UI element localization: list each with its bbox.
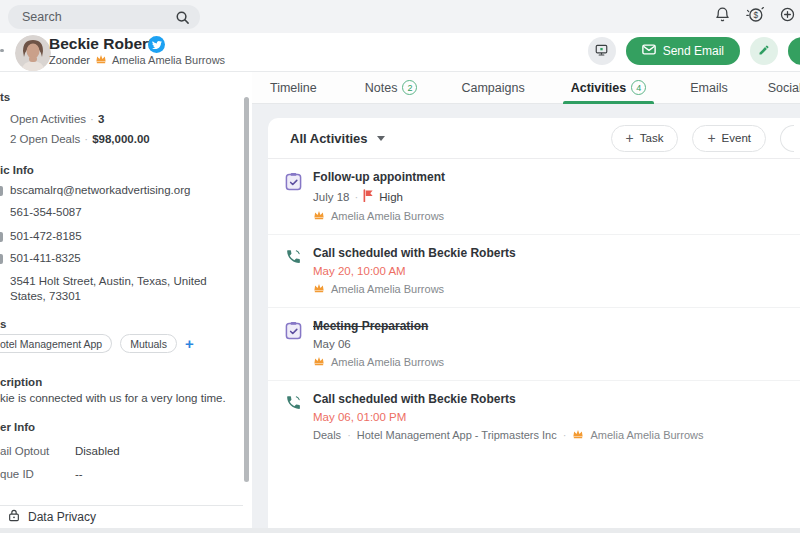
open-activities-row[interactable]: Open Activities·3 bbox=[10, 113, 104, 125]
envelope-icon bbox=[642, 44, 656, 58]
main-panel: All Activities + Task + Event F bbox=[252, 104, 800, 533]
quick-add-icon[interactable] bbox=[779, 6, 796, 27]
description-section-header: cription bbox=[0, 376, 42, 388]
activity-title[interactable]: Call scheduled with Beckie Roberts bbox=[313, 392, 704, 406]
open-deals-row[interactable]: 2 Open Deals·$98,000.00 bbox=[10, 133, 150, 145]
tags-section-header: s bbox=[0, 318, 6, 330]
open-activities-value: 3 bbox=[98, 113, 104, 125]
subscription-coin-icon[interactable]: $ bbox=[745, 5, 765, 29]
activity-owner: Amelia Amelia Burrows bbox=[331, 356, 444, 368]
activity-priority: High bbox=[379, 191, 403, 203]
data-privacy-label: Data Privacy bbox=[28, 510, 96, 524]
contact-name: Beckie Roberts bbox=[49, 35, 162, 53]
tag-chip[interactable]: Mutuals bbox=[120, 334, 177, 353]
tab-timeline[interactable]: Timeline bbox=[268, 72, 319, 104]
record-tabs: Timeline Notes2 Campaigns Activities4 Em… bbox=[252, 72, 800, 104]
tab-notes[interactable]: Notes2 bbox=[363, 72, 420, 104]
activity-row[interactable]: Call scheduled with Beckie Roberts May 2… bbox=[268, 235, 800, 308]
twitter-icon[interactable] bbox=[148, 36, 165, 53]
tab-label: Notes bbox=[365, 81, 398, 95]
activity-row[interactable]: Meeting Preparation May 06 Amelia Amelia… bbox=[268, 308, 800, 381]
tab-activities[interactable]: Activities4 bbox=[569, 72, 649, 104]
search-input[interactable] bbox=[22, 5, 172, 29]
tab-emails[interactable]: Emails bbox=[688, 72, 730, 104]
tab-campaigns[interactable]: Campaigns bbox=[459, 72, 526, 104]
tags-row: otel Management App Mutuals + bbox=[0, 334, 194, 353]
tab-label: Social bbox=[768, 81, 800, 95]
tag-chip[interactable]: otel Management App bbox=[0, 334, 112, 353]
owner-crown-icon bbox=[313, 210, 325, 222]
pencil-icon bbox=[758, 44, 770, 59]
open-deals-value: $98,000.00 bbox=[92, 133, 150, 145]
unique-id-label: que ID bbox=[0, 468, 34, 480]
priority-flag-icon bbox=[363, 189, 374, 204]
description-text: kie is connected with us for a very long… bbox=[0, 392, 226, 404]
owner-crown-icon bbox=[95, 54, 107, 66]
tab-social[interactable]: Social bbox=[766, 72, 800, 104]
add-call-button[interactable] bbox=[780, 125, 794, 152]
phone-value[interactable]: 561-354-5087 bbox=[10, 206, 82, 218]
phone-icon bbox=[0, 232, 3, 242]
related-record-link[interactable]: Hotel Management App - Tripmasters Inc bbox=[357, 429, 557, 441]
add-task-label: Task bbox=[640, 132, 664, 144]
tab-label: Activities bbox=[571, 81, 627, 95]
activity-row[interactable]: Call scheduled with Beckie Roberts May 0… bbox=[268, 381, 800, 453]
email-optout-value: Disabled bbox=[75, 445, 120, 457]
send-email-label: Send Email bbox=[663, 44, 724, 58]
activity-owner: Amelia Amelia Burrows bbox=[331, 210, 444, 222]
add-tag-icon[interactable]: + bbox=[185, 335, 194, 352]
activity-date: July 18 bbox=[313, 191, 349, 203]
collapse-panel-icon[interactable] bbox=[0, 49, 4, 52]
global-search[interactable] bbox=[8, 5, 200, 29]
activity-title[interactable]: Call scheduled with Beckie Roberts bbox=[313, 246, 516, 260]
svg-text:$: $ bbox=[754, 9, 759, 19]
data-privacy-link[interactable]: Data Privacy bbox=[0, 505, 243, 528]
add-record-button[interactable] bbox=[788, 37, 800, 65]
activities-card: All Activities + Task + Event F bbox=[268, 118, 800, 533]
presentation-button[interactable] bbox=[588, 37, 616, 65]
unique-id-value: -- bbox=[75, 468, 83, 480]
top-bar: $ bbox=[0, 0, 800, 33]
phone-value[interactable]: 501-472-8185 bbox=[10, 230, 82, 242]
open-deals-label: 2 Open Deals bbox=[10, 133, 80, 145]
email-icon bbox=[0, 186, 3, 196]
add-task-button[interactable]: + Task bbox=[611, 125, 679, 152]
monitor-icon bbox=[594, 43, 609, 60]
basic-info-section-header: ic Info bbox=[0, 164, 34, 176]
contact-avatar[interactable] bbox=[15, 35, 51, 71]
activity-title[interactable]: Meeting Preparation bbox=[313, 319, 444, 333]
tab-label: Emails bbox=[690, 81, 728, 95]
activity-title[interactable]: Follow-up appointment bbox=[313, 170, 445, 184]
email-optout-label: ail Optout bbox=[0, 445, 49, 457]
edit-button[interactable] bbox=[750, 37, 778, 65]
contact-owner: Amelia Amelia Burrows bbox=[112, 54, 225, 66]
activity-datetime: May 06, 01:00 PM bbox=[313, 411, 406, 423]
notifications-bell-icon[interactable] bbox=[714, 6, 731, 27]
open-activities-label: Open Activities bbox=[10, 113, 86, 125]
activity-row[interactable]: Follow-up appointment July 18 · High Ame… bbox=[268, 159, 800, 235]
owner-crown-icon bbox=[313, 356, 325, 368]
contact-header: Beckie Roberts Zoonder Amelia Amelia Bur… bbox=[0, 33, 800, 72]
plus-icon: + bbox=[707, 130, 715, 146]
highlights-section-header: ts bbox=[0, 91, 10, 103]
tab-label: Campaigns bbox=[461, 81, 524, 95]
owner-crown-icon bbox=[572, 429, 584, 441]
address-value: 3541 Holt Street, Austin, Texas, United … bbox=[10, 274, 225, 304]
owner-crown-icon bbox=[313, 283, 325, 295]
mobile-value[interactable]: 501-411-8325 bbox=[10, 252, 81, 264]
sidebar-scrollbar[interactable] bbox=[244, 97, 249, 482]
chevron-down-icon bbox=[377, 136, 385, 141]
add-event-button[interactable]: + Event bbox=[692, 125, 766, 152]
activities-header: All Activities + Task + Event bbox=[268, 118, 800, 159]
activities-filter-dropdown[interactable]: All Activities bbox=[290, 131, 385, 146]
email-optout-row: ail Optout Disabled bbox=[0, 445, 49, 457]
search-icon[interactable] bbox=[175, 10, 190, 29]
horizontal-scrollbar-track[interactable] bbox=[0, 528, 800, 533]
mobile-icon bbox=[0, 254, 3, 264]
activity-owner: Amelia Amelia Burrows bbox=[331, 283, 444, 295]
plus-icon: + bbox=[626, 130, 634, 146]
send-email-button[interactable]: Send Email bbox=[626, 37, 740, 65]
email-value[interactable]: bscamalrq@networkadvertising.org bbox=[10, 184, 190, 196]
add-event-label: Event bbox=[722, 132, 751, 144]
task-icon bbox=[285, 319, 305, 368]
